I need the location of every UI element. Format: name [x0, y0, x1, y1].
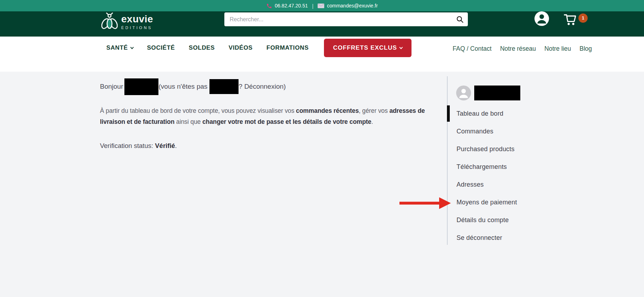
sidebar-item-purchased-products[interactable]: Purchased products [448, 140, 554, 158]
phone-link[interactable]: 06.82.47.20.51 [266, 3, 308, 9]
phone-icon [266, 3, 272, 9]
primary-menu: SANTÉ SOCIÉTÉ SOLDES VIDÉOS FORMATIONS C… [106, 37, 411, 59]
search-icon [456, 16, 464, 23]
topbar: 06.82.47.20.51 | commandes@exuvie.fr [0, 0, 644, 11]
site-header: exuvie ÉDITIONS [0, 11, 644, 37]
nav-item-formations[interactable]: FORMATIONS [267, 44, 309, 51]
cart-button[interactable]: 1 [563, 12, 588, 27]
nav-item-sante[interactable]: SANTÉ [106, 44, 133, 51]
nav-link-notre-reseau[interactable]: Notre réseau [500, 45, 536, 53]
nav-item-societe[interactable]: SOCIÉTÉ [147, 44, 175, 51]
account-details-link[interactable]: changer votre mot de passe et les détail… [202, 118, 371, 125]
account-menu: Tableau de bord Commandes Purchased prod… [448, 105, 554, 247]
main-navigation: SANTÉ SOCIÉTÉ SOLDES VIDÉOS FORMATIONS C… [0, 37, 644, 72]
nav-link-faq-contact[interactable]: FAQ / Contact [453, 45, 492, 53]
sidebar-item-commandes[interactable]: Commandes [448, 122, 554, 140]
cart-count-badge: 1 [578, 13, 588, 23]
account-sidebar: Tableau de bord Commandes Purchased prod… [447, 76, 553, 245]
sidebar-item-moyens-de-paiement[interactable]: Moyens de paiement [448, 193, 554, 211]
phone-number: 06.82.47.20.51 [275, 3, 308, 9]
envelope-icon [318, 4, 324, 8]
nav-item-videos[interactable]: VIDÉOS [229, 44, 253, 51]
greeting-hello: Bonjour [100, 83, 123, 90]
logout-link[interactable]: Déconnexion [244, 83, 284, 90]
nav-item-soldes[interactable]: SOLDES [189, 44, 215, 51]
greeting-not-you: (vous n'êtes pas [159, 83, 208, 90]
verification-label: Verification status: [100, 142, 155, 149]
account-button[interactable] [534, 11, 549, 26]
nav-link-blog[interactable]: Blog [579, 45, 592, 53]
greeting-line: Bonjour (vous n'êtes pas ? Déconnexion) [100, 78, 286, 95]
redacted-profile-name [474, 86, 520, 100]
dashboard-intro-text: À partir du tableau de bord de votre com… [100, 105, 443, 127]
account-content: Bonjour (vous n'êtes pas ? Déconnexion) … [0, 72, 644, 297]
redacted-username [209, 79, 239, 94]
sidebar-avatar-icon [456, 86, 471, 100]
chevron-down-icon [130, 45, 134, 49]
user-avatar-icon [534, 11, 549, 26]
chevron-down-icon [399, 45, 403, 49]
logo-text: exuvie ÉDITIONS [121, 14, 153, 30]
email-address: commandes@exuvie.fr [327, 3, 377, 9]
sidebar-item-se-deconnecter[interactable]: Se déconnecter [448, 229, 554, 247]
coffrets-exclus-button[interactable]: COFFRETS EXCLUS [324, 39, 411, 57]
email-link[interactable]: commandes@exuvie.fr [318, 3, 377, 9]
sidebar-item-details-du-compte[interactable]: Détails du compte [448, 211, 554, 229]
sidebar-item-telechargements[interactable]: Téléchargements [448, 158, 554, 176]
redacted-username [124, 78, 158, 95]
greeting-tail: ? Déconnexion) [239, 83, 286, 90]
verification-status-line: Verification status: Vérifié. [100, 142, 177, 150]
cart-icon [563, 12, 578, 27]
nav-link-notre-lieu[interactable]: Notre lieu [544, 45, 571, 53]
secondary-menu: FAQ / Contact Notre réseau Notre lieu Bl… [453, 37, 592, 61]
logo-subtitle: ÉDITIONS [121, 26, 153, 30]
topbar-separator: | [312, 3, 314, 9]
search-input[interactable] [224, 16, 452, 23]
bee-logo-icon [101, 12, 118, 32]
account-dashboard-page: 06.82.47.20.51 | commandes@exuvie.fr [0, 0, 644, 297]
sidebar-item-adresses[interactable]: Adresses [448, 176, 554, 193]
sidebar-profile [456, 86, 520, 100]
verification-value: Vérifié [155, 142, 175, 149]
sidebar-item-tableau-de-bord[interactable]: Tableau de bord [448, 105, 554, 122]
logo[interactable]: exuvie ÉDITIONS [101, 12, 153, 32]
greeting-qmark: ? [239, 83, 244, 90]
recent-orders-link[interactable]: commandes récentes [296, 107, 359, 114]
annotation-arrow-icon [399, 197, 451, 209]
logo-title: exuvie [121, 14, 153, 24]
search-button[interactable] [452, 12, 468, 26]
search-bar [224, 12, 468, 26]
greeting-close-paren: ) [284, 83, 286, 90]
